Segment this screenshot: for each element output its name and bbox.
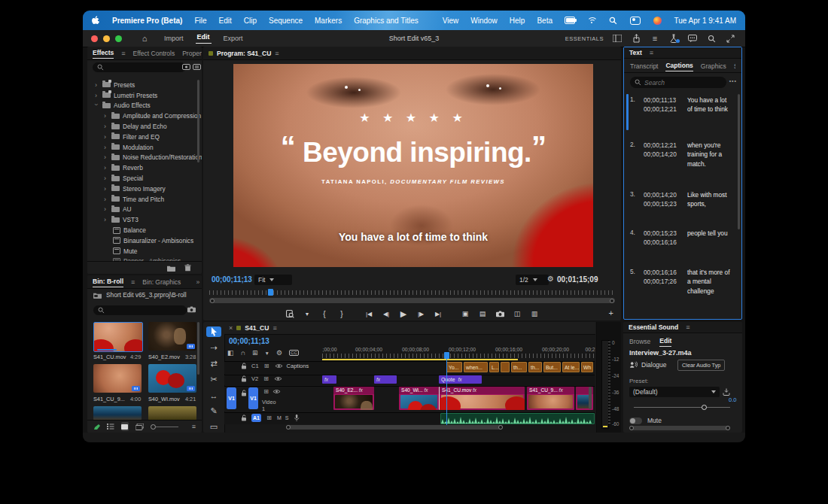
track-select-tool[interactable]: ⇢ (206, 342, 221, 353)
apple-icon[interactable] (92, 16, 100, 26)
menubar-clock[interactable]: Tue Apr 1 9:41 AM (674, 17, 736, 25)
chevron-right-icon[interactable]: › (104, 205, 108, 213)
captions-cc-icon[interactable]: CC (289, 350, 299, 356)
lock-icon[interactable] (239, 390, 248, 396)
chevron-expanded-icon[interactable]: › (93, 104, 100, 108)
mark-out-icon[interactable]: } (334, 310, 349, 318)
bin-scrollbar[interactable] (197, 322, 199, 375)
timeline-hscrollbar[interactable] (286, 425, 503, 430)
tab-transcript[interactable]: Transcript (630, 62, 658, 70)
v1-clip-s41-cu[interactable]: S41_CU.mov fx (439, 387, 525, 410)
timeline-caption-block[interactable]: when... (464, 362, 488, 372)
menu-help[interactable]: Help (510, 17, 525, 25)
linked-selection-icon[interactable]: ⊞ (252, 349, 258, 357)
tree-item-noise-reduction[interactable]: ›Noise Reduction/Restoration (104, 153, 202, 163)
zoom-window-button[interactable] (115, 35, 122, 42)
tree-item-mute[interactable]: Mute (113, 246, 137, 257)
mute-toggle[interactable] (629, 417, 642, 424)
tree-item-audio-effects[interactable]: ›Audio Effects (95, 101, 151, 111)
menubar-app-name[interactable]: Premiere Pro (Beta) (112, 17, 182, 25)
play-button-icon[interactable]: ▶ (396, 309, 411, 319)
v1-track-target[interactable]: V1 (248, 387, 258, 409)
captions-scrollbar[interactable] (738, 94, 740, 229)
tab-bin-broll[interactable]: Bin: B-roll (93, 276, 123, 287)
go-to-in-icon[interactable]: |◀ (361, 311, 376, 317)
eye-icon[interactable] (272, 389, 281, 394)
ripple-edit-tool[interactable]: ⇄ (206, 358, 221, 369)
wifi-icon[interactable] (587, 16, 597, 25)
sync-lock-icon[interactable]: ⊞ (265, 414, 273, 421)
close-sequence-icon[interactable]: × (229, 324, 233, 332)
export-frame-camera-icon[interactable] (492, 311, 507, 317)
tab-export[interactable]: Export (222, 35, 245, 42)
menu-view[interactable]: View (443, 17, 459, 25)
thumbnail-view-icon[interactable] (121, 422, 129, 431)
chevron-right-icon[interactable]: › (104, 196, 108, 203)
workspace-label[interactable]: ESSENTIALS (565, 35, 604, 42)
mark-in-icon[interactable]: { (317, 310, 332, 318)
lock-icon[interactable] (239, 414, 248, 421)
track-v2-label[interactable]: V2 (251, 375, 258, 382)
caption-row-2[interactable]: 2. 00;00;12;2100;00;14;20 when you're tr… (630, 141, 732, 169)
timeline-caption-block[interactable]: But... (543, 362, 561, 372)
mic-icon[interactable] (293, 414, 301, 422)
chevron-right-icon[interactable]: › (95, 92, 99, 99)
tab-overflow-icon[interactable]: » (196, 278, 199, 286)
tab-effect-controls[interactable]: Effect Controls (133, 50, 175, 57)
tree-item-special[interactable]: ›Special (104, 173, 143, 184)
caption-text[interactable]: when you're training for a match. (687, 141, 732, 169)
bin-search-input[interactable] (108, 307, 182, 314)
panel-menu-icon[interactable]: ≡ (686, 323, 689, 331)
sync-lock-icon[interactable]: ⊞ (262, 388, 270, 395)
app-status-icon[interactable] (653, 16, 662, 25)
close-window-button[interactable] (91, 35, 98, 42)
chevron-right-icon[interactable]: › (104, 133, 108, 141)
timeline-caption-block[interactable]: th... (528, 362, 542, 372)
caption-timecodes[interactable]: 00;00;12;2100;00;14;20 (644, 141, 683, 169)
timeline-caption-block[interactable]: L... (489, 362, 499, 372)
add-marker-icon[interactable]: ▼ (265, 351, 269, 356)
extract-icon[interactable]: ▤ (475, 310, 490, 317)
caption-timecodes[interactable]: 00;00;11;1300;00;12;21 (644, 96, 683, 114)
panel-menu-icon[interactable]: ≡ (272, 324, 276, 332)
fx-accelerated-badge-icon[interactable] (182, 63, 190, 71)
sync-lock-icon[interactable]: ⊞ (262, 375, 270, 382)
chevron-right-icon[interactable]: › (104, 144, 108, 151)
v2-clip-quote[interactable]: Quotefx (439, 375, 482, 384)
eye-icon[interactable] (275, 363, 283, 369)
clear-audio-type-button[interactable]: Clear Audio Typ (677, 360, 725, 371)
minimize-window-button[interactable] (103, 35, 110, 42)
chevron-right-icon[interactable]: › (104, 112, 108, 120)
multicam-view-icon[interactable]: ▥ (527, 310, 542, 317)
v1-source-patch[interactable]: V1 (227, 387, 236, 409)
tab-captions[interactable]: Captions (665, 60, 693, 71)
v2-clip[interactable]: fx (322, 375, 336, 384)
settings-wrench-icon[interactable]: ⚙ (547, 275, 554, 283)
essential-sound-title[interactable]: Essential Sound (629, 322, 678, 332)
more-options-icon[interactable]: ••• (729, 78, 737, 83)
work-area-bar[interactable] (322, 359, 518, 360)
caption-timecodes[interactable]: 00;00;16;1600;00;17;26 (644, 268, 683, 296)
bin-clip-partial[interactable] (93, 406, 142, 421)
captions-search[interactable] (630, 77, 726, 88)
essential-sound-scrollbar[interactable] (629, 426, 730, 430)
clip-name[interactable]: S41_CU_9... (93, 396, 125, 402)
eye-icon[interactable] (274, 376, 282, 381)
menu-graphics-titles[interactable]: Graphics and Titles (354, 17, 419, 25)
zoom-level-dropdown[interactable]: Fit (254, 275, 292, 285)
program-video-frame[interactable]: ★ ★ ★ ★ ★ “ Beyond inspiring.” TATIANA N… (233, 64, 593, 267)
menu-window[interactable]: Window (470, 17, 498, 25)
save-preset-icon[interactable] (723, 388, 730, 396)
home-icon[interactable]: ⌂ (139, 33, 151, 44)
timeline-playhead[interactable] (446, 354, 447, 425)
chevron-right-icon[interactable]: › (104, 123, 108, 130)
tree-item-delay-echo[interactable]: ›Delay and Echo (104, 121, 167, 132)
selection-tool[interactable] (206, 326, 221, 337)
bin-clip-s40-e2[interactable] (148, 322, 196, 351)
solo-track-button[interactable]: S (285, 415, 289, 421)
step-back-icon[interactable]: ◀| (379, 311, 394, 317)
slip-tool[interactable]: ↔ (206, 390, 221, 401)
menu-file[interactable]: File (194, 17, 206, 25)
menu-sequence[interactable]: Sequence (269, 17, 303, 25)
menu-markers[interactable]: Markers (315, 17, 342, 25)
